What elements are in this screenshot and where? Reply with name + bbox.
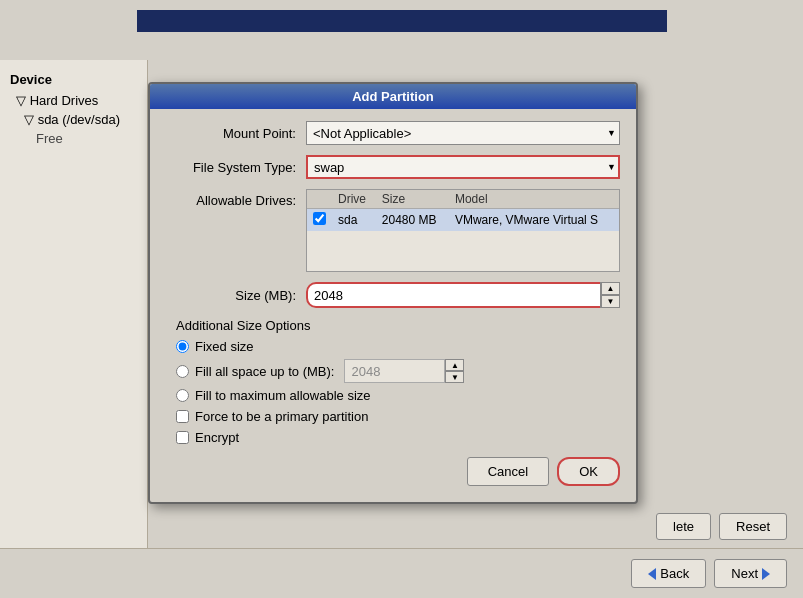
next-button[interactable]: Next xyxy=(714,559,787,588)
ok-button[interactable]: OK xyxy=(557,457,620,486)
sidebar-header: Device xyxy=(0,68,147,91)
primary-partition-row: Force to be a primary partition xyxy=(166,409,620,424)
fill-up-down-button[interactable]: ▼ xyxy=(445,371,464,383)
size-input[interactable] xyxy=(306,282,620,308)
col-size: Size xyxy=(376,190,449,209)
free-label: Free xyxy=(36,131,63,146)
size-down-button[interactable]: ▼ xyxy=(601,295,620,308)
expand-icon: ▽ xyxy=(16,93,30,108)
file-system-type-wrapper[interactable]: swap ext4 ext3 ext2 xfs vfat xyxy=(306,155,620,179)
drive-model: VMware, VMware Virtual S xyxy=(449,209,619,232)
fixed-size-radio[interactable] xyxy=(176,340,189,353)
primary-partition-checkbox[interactable] xyxy=(176,410,189,423)
size-control: ▲ ▼ xyxy=(306,282,620,308)
cancel-button[interactable]: Cancel xyxy=(467,457,549,486)
file-system-type-select[interactable]: swap ext4 ext3 ext2 xfs vfat xyxy=(306,155,620,179)
encrypt-label: Encrypt xyxy=(195,430,239,445)
additional-size-options-title: Additional Size Options xyxy=(166,318,620,333)
fixed-size-label: Fixed size xyxy=(195,339,254,354)
back-label: Back xyxy=(660,566,689,581)
size-label: Size (MB): xyxy=(166,288,306,303)
fill-max-row: Fill to maximum allowable size xyxy=(166,388,620,403)
fill-up-radio[interactable] xyxy=(176,365,189,378)
sidebar-item-hard-drives[interactable]: ▽ Hard Drives xyxy=(0,91,147,110)
size-spinbox-wrapper: ▲ ▼ xyxy=(306,282,620,308)
back-arrow-icon xyxy=(648,568,656,580)
reset-button[interactable]: Reset xyxy=(719,513,787,540)
mount-point-label: Mount Point: xyxy=(166,126,306,141)
additional-size-options-section: Additional Size Options Fixed size Fill … xyxy=(166,318,620,403)
sda-label: sda (/dev/sda) xyxy=(38,112,120,127)
next-arrow-icon xyxy=(762,568,770,580)
fill-max-radio[interactable] xyxy=(176,389,189,402)
sidebar-item-sda[interactable]: ▽ sda (/dev/sda) xyxy=(0,110,147,129)
allowable-drives-label: Allowable Drives: xyxy=(166,189,306,208)
expand-icon-sda: ▽ xyxy=(24,112,38,127)
col-model: Model xyxy=(449,190,619,209)
drive-name: sda xyxy=(332,209,376,232)
fixed-size-row: Fixed size xyxy=(166,339,620,354)
mount-point-control: <Not Applicable> xyxy=(306,121,620,145)
fill-max-label: Fill to maximum allowable size xyxy=(195,388,371,403)
dialog-title: Add Partition xyxy=(150,84,636,109)
add-partition-dialog: Add Partition Mount Point: <Not Applicab… xyxy=(148,82,638,504)
bottom-navigation: Back Next xyxy=(0,548,803,598)
fill-up-up-button[interactable]: ▲ xyxy=(445,359,464,371)
drives-table-area: Drive Size Model sda 20480 MB VMware, VM… xyxy=(306,189,620,272)
drives-table: Drive Size Model sda 20480 MB VMware, VM… xyxy=(307,190,619,271)
hard-drives-label: Hard Drives xyxy=(30,93,99,108)
drive-checkbox[interactable] xyxy=(313,212,326,225)
size-row: Size (MB): ▲ ▼ xyxy=(166,282,620,308)
drive-size: 20480 MB xyxy=(376,209,449,232)
mount-point-wrapper[interactable]: <Not Applicable> xyxy=(306,121,620,145)
action-buttons: lete Reset xyxy=(656,513,787,540)
next-label: Next xyxy=(731,566,758,581)
file-system-type-control: swap ext4 ext3 ext2 xfs vfat xyxy=(306,155,620,179)
size-spinbox-arrows: ▲ ▼ xyxy=(600,282,620,308)
top-bar xyxy=(137,10,667,32)
drives-table-container: Drive Size Model sda 20480 MB VMware, VM… xyxy=(306,189,620,272)
size-up-button[interactable]: ▲ xyxy=(601,282,620,295)
fill-up-spinbox: ▲ ▼ xyxy=(344,359,464,383)
fill-up-spinbox-arrows: ▲ ▼ xyxy=(444,359,464,383)
drive-check[interactable] xyxy=(307,209,332,232)
primary-partition-label: Force to be a primary partition xyxy=(195,409,368,424)
sidebar: Device ▽ Hard Drives ▽ sda (/dev/sda) Fr… xyxy=(0,60,148,550)
mount-point-row: Mount Point: <Not Applicable> xyxy=(166,121,620,145)
file-system-type-row: File System Type: swap ext4 ext3 ext2 xf… xyxy=(166,155,620,179)
col-check xyxy=(307,190,332,209)
dialog-buttons: Cancel OK xyxy=(166,457,620,486)
encrypt-row: Encrypt xyxy=(166,430,620,445)
delete-button[interactable]: lete xyxy=(656,513,711,540)
drive-row-sda[interactable]: sda 20480 MB VMware, VMware Virtual S xyxy=(307,209,619,232)
dialog-body: Mount Point: <Not Applicable> File Syste… xyxy=(150,109,636,502)
encrypt-checkbox[interactable] xyxy=(176,431,189,444)
fill-up-row: Fill all space up to (MB): ▲ ▼ xyxy=(166,359,620,383)
allowable-drives-row: Allowable Drives: Drive Size Model xyxy=(166,189,620,272)
file-system-type-label: File System Type: xyxy=(166,160,306,175)
fill-up-label: Fill all space up to (MB): xyxy=(195,364,334,379)
drive-empty-row xyxy=(307,231,619,271)
mount-point-select[interactable]: <Not Applicable> xyxy=(306,121,620,145)
sidebar-item-free[interactable]: Free xyxy=(0,129,147,148)
col-drive: Drive xyxy=(332,190,376,209)
back-button[interactable]: Back xyxy=(631,559,706,588)
